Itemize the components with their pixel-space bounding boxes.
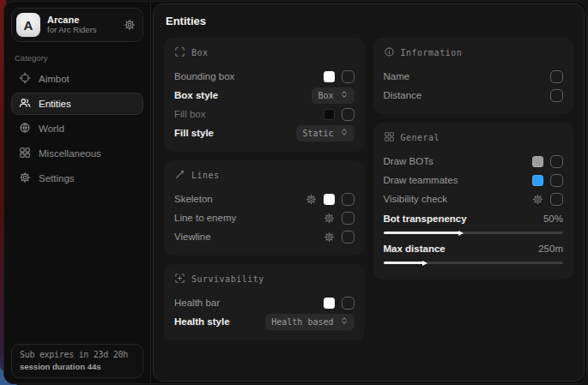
checkbox[interactable] bbox=[550, 70, 563, 83]
checkbox[interactable] bbox=[342, 70, 355, 83]
sidebar-item-miscellaneous[interactable]: Miscellaneous bbox=[11, 142, 143, 165]
color-swatch[interactable] bbox=[324, 109, 335, 120]
bot-transparency-slider-group: Bot transpenency 50% bbox=[384, 210, 564, 234]
row-health-style: Health style Health based bbox=[174, 312, 355, 331]
sidebar-item-entities[interactable]: Entities bbox=[11, 93, 143, 115]
row-label: Health bar bbox=[174, 298, 220, 308]
checkbox[interactable] bbox=[550, 174, 563, 187]
row-health-bar: Health bar bbox=[174, 293, 355, 312]
left-column: Box Bounding box Box style Box bbox=[164, 38, 365, 340]
color-swatch[interactable] bbox=[324, 71, 335, 82]
health-icon bbox=[174, 273, 185, 286]
row-label: Box style bbox=[174, 90, 218, 100]
row-name: Name bbox=[384, 67, 564, 86]
settings-gear-icon[interactable] bbox=[324, 232, 335, 243]
card-information-header: Information bbox=[384, 46, 564, 59]
row-visibility-check: Visibility check bbox=[384, 189, 564, 208]
sidebar-item-settings[interactable]: Settings bbox=[11, 167, 143, 189]
card-general-header: General bbox=[384, 131, 564, 144]
box-style-dropdown[interactable]: Box bbox=[312, 87, 354, 104]
card-survivability: Survivability Health bar Health style bbox=[164, 264, 365, 340]
row-label: Fill style bbox=[174, 128, 214, 138]
slider-thumb[interactable] bbox=[422, 261, 427, 266]
squares-icon bbox=[384, 131, 395, 144]
sidebar-item-label: Miscellaneous bbox=[39, 148, 101, 159]
header-gear-icon[interactable] bbox=[124, 19, 136, 31]
sidebar-item-aimbot[interactable]: Aimbot bbox=[11, 68, 143, 90]
sidebar-nav: Aimbot Entities World Miscellaneous Sett… bbox=[11, 68, 143, 189]
card-lines-header: Lines bbox=[174, 169, 355, 182]
row-label: Draw teammates bbox=[384, 175, 458, 185]
checkbox[interactable] bbox=[342, 193, 355, 206]
subscription-info: Sub expires in 23d 20h session duration … bbox=[11, 344, 143, 378]
row-bounding-box: Bounding box bbox=[174, 67, 355, 86]
row-distance: Distance bbox=[384, 86, 564, 105]
line-icon bbox=[174, 169, 185, 182]
row-box-style: Box style Box bbox=[174, 86, 355, 105]
max-distance-slider[interactable] bbox=[384, 262, 564, 264]
row-label: Viewline bbox=[174, 232, 211, 242]
row-label: Fill box bbox=[174, 109, 205, 119]
sidebar-item-label: Entities bbox=[39, 99, 71, 109]
fill-style-dropdown[interactable]: Static bbox=[296, 125, 354, 141]
row-label: Draw BOTs bbox=[384, 156, 433, 166]
sidebar-item-world[interactable]: World bbox=[11, 117, 143, 140]
globe-icon bbox=[19, 122, 31, 135]
chevron-updown-icon bbox=[340, 316, 349, 327]
checkbox[interactable] bbox=[342, 212, 355, 225]
slider-label: Bot transpenency bbox=[384, 214, 467, 224]
color-swatch[interactable] bbox=[532, 156, 543, 167]
sub-expiry-text: Sub expires in 23d 20h bbox=[20, 350, 135, 359]
settings-gear-icon[interactable] bbox=[532, 194, 543, 205]
session-duration-text: session duration 44s bbox=[20, 362, 135, 371]
color-swatch[interactable] bbox=[324, 298, 335, 309]
checkbox[interactable] bbox=[342, 297, 355, 310]
users-icon bbox=[19, 97, 31, 111]
sidebar: A Arcane for Arc Riders Category Aimbot … bbox=[4, 2, 151, 383]
app-subtitle: for Arc Riders bbox=[47, 26, 97, 35]
slider-value: 50% bbox=[543, 214, 563, 224]
health-style-dropdown[interactable]: Health based bbox=[265, 314, 354, 330]
category-label: Category bbox=[15, 53, 140, 63]
sidebar-item-label: Settings bbox=[39, 173, 75, 183]
settings-gear-icon[interactable] bbox=[324, 213, 335, 224]
color-swatch[interactable] bbox=[532, 175, 543, 186]
checkbox[interactable] bbox=[550, 89, 563, 102]
row-draw-bots: Draw BOTs bbox=[384, 152, 564, 171]
checkbox[interactable] bbox=[342, 108, 355, 121]
row-line-to-enemy: Line to enemy bbox=[174, 208, 355, 227]
page-title: Entities bbox=[166, 15, 573, 27]
row-label: Skeleton bbox=[174, 194, 213, 204]
app-title: Arcane bbox=[47, 15, 97, 26]
settings-gear-icon[interactable] bbox=[306, 194, 317, 205]
chevron-updown-icon bbox=[340, 128, 349, 138]
bot-transparency-slider[interactable] bbox=[384, 232, 564, 234]
checkbox[interactable] bbox=[342, 231, 355, 244]
checkbox[interactable] bbox=[550, 155, 563, 168]
app-logo: A bbox=[16, 13, 40, 37]
card-information: Information Name Distance bbox=[373, 38, 574, 114]
color-swatch[interactable] bbox=[324, 194, 335, 205]
row-skeleton: Skeleton bbox=[174, 189, 355, 208]
card-survivability-header: Survivability bbox=[174, 273, 355, 286]
right-column: Information Name Distance Gener bbox=[373, 38, 574, 340]
info-icon bbox=[384, 46, 395, 59]
grid-icon bbox=[19, 147, 31, 160]
box-corners-icon bbox=[174, 46, 185, 59]
card-general: General Draw BOTs Draw teammates bbox=[373, 123, 574, 280]
row-label: Line to enemy bbox=[174, 213, 236, 223]
card-box-header: Box bbox=[174, 46, 355, 59]
sidebar-item-label: Aimbot bbox=[39, 74, 70, 84]
sidebar-item-label: World bbox=[39, 123, 64, 134]
row-label: Visibility check bbox=[384, 194, 448, 204]
checkbox[interactable] bbox=[550, 193, 563, 206]
row-label: Name bbox=[384, 71, 410, 81]
max-distance-slider-group: Max distance 250m bbox=[384, 240, 564, 264]
main-panel: Entities Box Bounding box bbox=[153, 3, 585, 382]
gear-icon bbox=[19, 171, 31, 185]
row-label: Bounding box bbox=[174, 71, 234, 81]
row-draw-teammates: Draw teammates bbox=[384, 171, 564, 189]
app-header: A Arcane for Arc Riders bbox=[11, 8, 143, 42]
card-lines: Lines Skeleton Line to enemy bbox=[164, 160, 365, 256]
slider-thumb[interactable] bbox=[458, 231, 464, 236]
